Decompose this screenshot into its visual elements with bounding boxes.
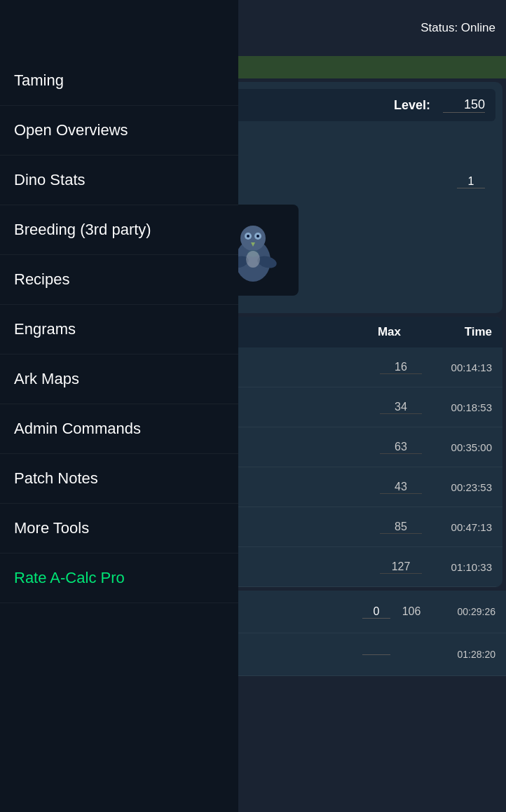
sidebar-item-taming[interactable]: Taming [0,56,238,106]
row-time-value: 00:23:53 [422,481,492,493]
sidebar-item-engrams[interactable]: Engrams [0,305,238,355]
sidebar-item-open-overviews[interactable]: Open Overviews [0,106,238,156]
table-col-max-header: Max [207,325,415,339]
row-max-value: 127 [380,560,422,574]
row-max-value: 63 [380,441,422,454]
item-count-value[interactable]: 0 [362,605,390,619]
sidebar-item-more-tools[interactable]: More Tools [0,504,238,553]
level-label: Level: [394,98,430,113]
sidebar-item-ark-maps[interactable]: Ark Maps [0,355,238,404]
item-max-value: 106 [390,605,432,618]
item-count-value[interactable] [362,654,390,655]
status-indicator: Status: Online [420,21,495,35]
svg-point-5 [247,235,249,238]
sidebar-item-admin-commands[interactable]: Admin Commands [0,404,238,454]
item-time-value: 00:29:26 [432,606,495,617]
table-col-time-header: Time [415,325,492,339]
row-max-value: 34 [380,401,422,414]
row-time-value: 00:35:00 [422,441,492,453]
level-value[interactable]: 150 [443,97,485,113]
row-time-value: 00:14:13 [422,362,492,373]
sidebar-item-recipes[interactable]: Recipes [0,255,238,305]
sidebar-item-breeding[interactable]: Breeding (3rd party) [0,205,238,255]
item-time-value: 01:28:20 [432,649,495,660]
navigation-drawer: Taming Open Overviews Dino Stats Breedin… [0,0,238,812]
row-time-value: 00:18:53 [422,401,492,413]
svg-point-6 [257,235,259,238]
food-rate-input[interactable]: 1 [457,175,485,188]
sidebar-item-dino-stats[interactable]: Dino Stats [0,156,238,205]
row-time-value: 00:47:13 [422,521,492,533]
sidebar-item-patch-notes[interactable]: Patch Notes [0,454,238,504]
row-max-value: 16 [380,361,422,374]
row-time-value: 01:10:33 [422,561,492,573]
sidebar-item-rate-app[interactable]: Rate A-Calc Pro [0,553,238,603]
row-max-value: 43 [380,481,422,494]
svg-point-11 [246,251,260,268]
svg-point-2 [240,226,266,251]
row-max-value: 85 [380,521,422,534]
